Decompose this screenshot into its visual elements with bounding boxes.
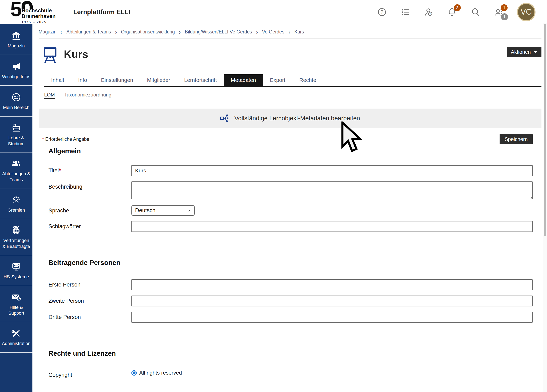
field-label-erste-person: Erste Person (48, 279, 131, 288)
page-title-row: Kurs Aktionen (39, 46, 541, 63)
tab-mitglieder[interactable]: Mitglieder (140, 74, 177, 86)
required-hint-text: Erforderliche Angabe (44, 136, 89, 142)
field-zweite-person: Zweite Person (48, 296, 541, 306)
dritte-person-input[interactable] (131, 312, 533, 323)
schlagwoerter-input[interactable] (131, 221, 533, 232)
smiley-icon (11, 92, 21, 102)
section-heading-rechte: Rechte und Lizenzen (48, 350, 541, 357)
main-content: Magazin › Abteilungen & Teams › Organisa… (33, 24, 547, 392)
tab-bar: Inhalt Info Einstellungen Mitglieder Ler… (44, 74, 541, 87)
breadcrumb-item-organisationsentwicklung[interactable]: Organisationsentwicklung (121, 29, 175, 35)
actions-button[interactable]: Aktionen (507, 47, 541, 57)
copyright-radio[interactable] (131, 370, 137, 376)
app-title: Lernplattform ELLI (73, 8, 130, 16)
course-easel-icon (42, 46, 58, 63)
zweite-person-input[interactable] (131, 296, 533, 306)
sidebar-item-label: Gremien (8, 207, 25, 213)
breadcrumb-item-kurs[interactable]: Kurs (294, 29, 304, 35)
scrollbar-thumb[interactable] (544, 24, 546, 236)
page-title: Kurs (64, 46, 88, 62)
notifications-bell-icon[interactable]: 2 (447, 7, 458, 17)
search-icon[interactable] (470, 7, 481, 17)
breadcrumb-item-magazin[interactable]: Magazin (39, 29, 56, 35)
breadcrumb-item-ve-gerdes[interactable]: Ve Gerdes (262, 29, 284, 35)
tab-info[interactable]: Info (71, 74, 94, 86)
sprache-select-value: Deutsch (135, 207, 155, 214)
scrollbar-track[interactable] (543, 23, 547, 392)
sidebar-item-label: Magazin (8, 43, 25, 49)
subtab-lom[interactable]: LOM (44, 92, 55, 99)
field-beschreibung: Beschreibung (48, 182, 541, 200)
sidebar-item-magazin[interactable]: Magazin (0, 24, 33, 55)
notifications-badge: 2 (454, 4, 461, 11)
sprache-select[interactable]: Deutsch (131, 205, 195, 216)
sidebar-item-administration[interactable]: Administration (0, 322, 33, 353)
contacts-icon[interactable]: 1 1 (494, 7, 504, 17)
field-titel: Titel* (48, 165, 541, 176)
erste-person-input[interactable] (131, 279, 533, 290)
sidebar-item-lehre-studium[interactable]: Lehre & Studium (0, 117, 33, 153)
globe-people-icon (11, 225, 21, 235)
field-label-beschreibung: Beschreibung (48, 182, 131, 190)
section-heading-allgemein: Allgemein (48, 147, 541, 155)
logo-digit: 5 (10, 0, 21, 18)
tab-einstellungen[interactable]: Einstellungen (94, 74, 140, 86)
sidebar-item-label: Mein Bereich (3, 105, 29, 111)
copyright-option-all-rights-reserved[interactable]: All rights reserved (131, 370, 182, 376)
tab-export[interactable]: Export (263, 74, 292, 86)
caret-down-icon (534, 51, 537, 53)
tab-metadaten[interactable]: Metadaten (224, 74, 263, 86)
sidebar-item-label: Abteilungen & Teams (2, 171, 31, 183)
edit-full-metadata-link[interactable]: Vollständige Lernobjekt-Metadaten bearbe… (39, 108, 541, 128)
breadcrumb-separator: › (61, 28, 62, 36)
books-icon (11, 123, 21, 133)
sidebar-item-hs-systeme[interactable]: HS-Systeme (0, 255, 33, 286)
breadcrumb-separator: › (115, 28, 117, 36)
breadcrumb-item-abteilungen-teams[interactable]: Abteilungen & Teams (67, 29, 111, 35)
field-label-sprache: Sprache (48, 205, 131, 214)
subtab-taxonomiezuordnung[interactable]: Taxonomiezuordnung (64, 92, 111, 99)
logo-line1: Hochschule (21, 8, 56, 14)
sidebar-item-label: Wichtige Infos (2, 74, 30, 80)
header-toolbar: ? ! 2 (376, 3, 539, 21)
titel-input[interactable] (131, 165, 533, 176)
sidebar-item-gremien[interactable]: Gremien (0, 189, 33, 219)
user-alert-icon[interactable]: ! (423, 7, 434, 17)
breadcrumb-separator: › (256, 28, 258, 36)
section-beitragende-personen: Beitragende Personen Erste Person Zweite… (48, 259, 541, 323)
subtab-bar: LOM Taxonomiezuordnung (44, 92, 541, 99)
sidebar-item-hilfe-support[interactable]: ? Hilfe & Support (0, 286, 33, 322)
breadcrumb-item-bildung-wissen[interactable]: Bildung/Wissen/ELLI Ve Gerdes (185, 29, 252, 35)
sidebar-item-abteilungen-teams[interactable]: Abteilungen & Teams (0, 153, 33, 189)
field-label-schlagwoerter: Schlagwörter (48, 221, 131, 230)
megaphone-icon (11, 61, 21, 71)
sidebar-filler (0, 353, 33, 392)
sidebar-item-label: Vertretungen & Beauftragte (2, 238, 31, 249)
tab-rechte[interactable]: Rechte (292, 74, 323, 86)
todo-list-icon[interactable] (400, 7, 411, 17)
beschreibung-textarea[interactable] (131, 182, 533, 199)
sidebar-item-wichtige-infos[interactable]: Wichtige Infos (0, 55, 33, 86)
top-header: 5 Hochschule Bremerhaven 1975 – 2025 Ler… (0, 0, 547, 24)
main-sidebar: Magazin Wichtige Infos Mein Bereich (0, 24, 33, 392)
save-button[interactable]: Speichern (499, 134, 533, 144)
share-icon (220, 114, 229, 123)
breadcrumb: Magazin › Abteilungen & Teams › Organisa… (39, 24, 541, 39)
required-star: * (42, 136, 44, 142)
avatar[interactable]: VG (517, 3, 535, 21)
sidebar-item-label: HS-Systeme (3, 274, 29, 280)
field-sprache: Sprache Deutsch (48, 205, 541, 216)
tab-lernfortschritt[interactable]: Lernfortschritt (177, 74, 224, 86)
section-divider (42, 239, 541, 239)
field-label-text: Titel (48, 168, 59, 174)
section-divider (42, 330, 541, 330)
field-copyright: Copyright All rights reserved (48, 370, 541, 378)
sidebar-item-mein-bereich[interactable]: Mein Bereich (0, 86, 33, 117)
logo-years: 1975 – 2025 (21, 20, 56, 24)
sidebar-item-label: Administration (2, 341, 30, 347)
sidebar-item-vertretungen-beauftragte[interactable]: Vertretungen & Beauftragte (0, 219, 33, 255)
field-schlagwoerter: Schlagwörter (48, 221, 541, 232)
tab-inhalt[interactable]: Inhalt (44, 74, 71, 86)
help-icon[interactable]: ? (376, 7, 387, 17)
svg-text:?: ? (18, 297, 20, 300)
